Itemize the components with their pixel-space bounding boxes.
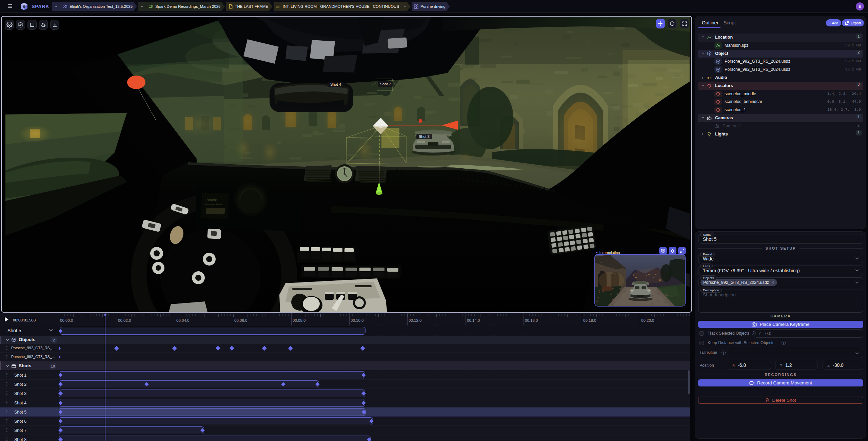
svg-text:Porsche: Porsche [205, 198, 217, 202]
svg-text:Automatic Mode: Automatic Mode [205, 203, 222, 206]
